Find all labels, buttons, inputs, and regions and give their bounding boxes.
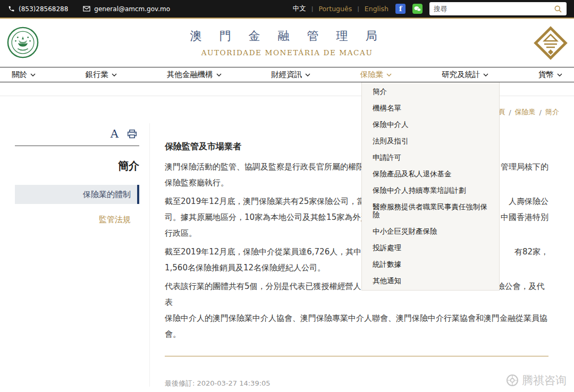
- phone-contact: (853)28568288: [7, 5, 68, 13]
- nav-item-1[interactable]: 銀行業: [86, 70, 117, 80]
- site-title-chinese[interactable]: 澳 門 金 融 管 理 局: [0, 28, 574, 44]
- chevron-down-icon: [483, 73, 488, 77]
- page: (853)28568288 general@amcm.gov.mo 中文|Por…: [0, 0, 574, 392]
- page-tools: A: [15, 127, 139, 146]
- text-line-left: 會。: [165, 326, 181, 342]
- phone-icon: [7, 5, 15, 13]
- email-icon: [83, 5, 90, 13]
- chevron-down-icon: [112, 73, 117, 77]
- nav-item-label: 其他金融機構: [167, 70, 213, 80]
- search-box: [429, 2, 567, 15]
- topbar-right: 中文|Português|English f: [293, 2, 567, 15]
- dropdown-item-9[interactable]: 投訴處理: [362, 240, 499, 256]
- font-size-button[interactable]: A: [111, 127, 119, 140]
- sidebar-item-1[interactable]: 監管法規: [15, 215, 139, 225]
- text-line-right: 管理局核下的: [501, 159, 548, 175]
- chevron-down-icon: [305, 73, 310, 77]
- facebook-icon[interactable]: f: [395, 4, 406, 14]
- dropdown-item-2[interactable]: 保險中介人: [362, 116, 499, 133]
- search-input[interactable]: [434, 5, 554, 13]
- sidebar-content-divider: [149, 123, 150, 387]
- phone-number[interactable]: (853)28568288: [19, 5, 68, 13]
- chevron-down-icon: [557, 73, 562, 77]
- sidebar-section-title: 簡介: [15, 159, 139, 173]
- contact-info: (853)28568288 general@amcm.gov.mo: [7, 5, 170, 13]
- breadcrumb: 頁/保險業/簡介: [498, 107, 559, 117]
- text-line-right: 中國香港特別: [501, 209, 548, 225]
- breadcrumb-item-2[interactable]: 簡介: [545, 107, 559, 117]
- text-line-left: 行政區。: [165, 225, 197, 241]
- amcm-logo[interactable]: [534, 26, 568, 60]
- dropdown-item-11[interactable]: 其他通知: [362, 272, 499, 289]
- header: 澳 門 金 融 管 理 局 AUTORIDADE MONETÁRIA DE MA…: [0, 19, 574, 67]
- watermark-text: 腾祺咨询: [522, 373, 567, 388]
- chevron-down-icon: [30, 73, 36, 77]
- last-modified: 最後修訂: 2020-03-27 14:39:05: [165, 379, 548, 388]
- dropdown-item-6[interactable]: 保險中介人持續專業培訓計劃: [362, 182, 499, 199]
- print-icon[interactable]: [127, 130, 137, 139]
- sidebar-menu: 保險業的體制監管法規: [15, 185, 139, 225]
- language-link-1[interactable]: Português: [318, 5, 352, 13]
- language-link-2[interactable]: English: [365, 5, 389, 13]
- nav-item-5[interactable]: 研究及統計: [442, 70, 489, 80]
- breadcrumb-separator: /: [539, 108, 542, 116]
- topbar: (853)28568288 general@amcm.gov.mo 中文|Por…: [0, 0, 574, 18]
- nav-item-0[interactable]: 關於: [12, 70, 36, 80]
- text-line-left: 截至2019年12月底，保險中介從業員達6,726人，其中個: [165, 244, 369, 260]
- nav-item-label: 研究及統計: [442, 70, 480, 80]
- nav-item-label: 財經資訊: [271, 70, 302, 80]
- nav-item-label: 關於: [12, 70, 27, 80]
- text-line-right: 有82家，: [514, 244, 548, 260]
- chevron-down-icon: [386, 73, 392, 77]
- email-contact: general@amcm.gov.mo: [83, 5, 170, 13]
- insurance-dropdown-menu: 簡介機構名單保險中介人法則及指引申請許可保險產品及私人退休基金保險中介人持續專業…: [361, 82, 500, 291]
- dropdown-item-1[interactable]: 機構名單: [362, 100, 499, 116]
- dropdown-item-5[interactable]: 保險產品及私人退休基金: [362, 166, 499, 182]
- nav-item-label: 保險業: [360, 70, 384, 80]
- dropdown-item-4[interactable]: 申請許可: [362, 149, 499, 166]
- language-separator: |: [357, 5, 359, 12]
- language-link-0[interactable]: 中文: [293, 4, 306, 13]
- watermark-icon: [506, 374, 519, 387]
- wechat-icon[interactable]: [412, 4, 423, 14]
- breadcrumb-separator: /: [509, 108, 511, 116]
- nav-item-4[interactable]: 保險業: [360, 70, 392, 80]
- text-line-left: 保險監察廳執行。: [165, 175, 229, 191]
- text-line-left: 保險中介人的澳門保險業中介人協會、澳門保險專業中介人聯會、澳門保險中介行業協會和…: [165, 310, 547, 326]
- text-line-right: 人壽保險公: [509, 193, 548, 209]
- nav-item-3[interactable]: 財經資訊: [271, 70, 310, 80]
- content-bottom-rule: [165, 356, 548, 356]
- dropdown-item-0[interactable]: 簡介: [362, 83, 499, 100]
- language-separator: |: [311, 5, 314, 12]
- dropdown-item-10[interactable]: 統計數據: [362, 256, 499, 272]
- nav-item-6[interactable]: 貨幣: [538, 70, 562, 80]
- watermark: 腾祺咨询: [506, 373, 567, 388]
- text-line: 會。: [165, 326, 548, 342]
- nav-item-label: 貨幣: [538, 70, 554, 80]
- nav-item-2[interactable]: 其他金融機構: [167, 70, 222, 80]
- text-line: 保險中介人的澳門保險業中介人協會、澳門保險專業中介人聯會、澳門保險中介行業協會和…: [165, 310, 548, 326]
- nav-item-label: 銀行業: [86, 70, 109, 80]
- text-line-left: 澳門保險活動的監管、協調及監察是行政長官所屬的權限: [165, 159, 364, 175]
- chevron-down-icon: [216, 73, 222, 77]
- site-title-portuguese: AUTORIDADE MONETÁRIA DE MACAU: [0, 48, 574, 57]
- email-address[interactable]: general@amcm.gov.mo: [94, 5, 170, 13]
- main-nav: 關於銀行業其他金融機構財經資訊保險業研究及統計貨幣: [0, 67, 574, 82]
- text-line-left: 司。據其原屬地區分，10家為本地公司及其餘15家為外資: [165, 209, 368, 225]
- language-switcher: 中文|Português|English: [293, 4, 389, 13]
- dropdown-item-8[interactable]: 中小企巨災財產保險: [362, 223, 499, 240]
- sidebar-item-0[interactable]: 保險業的體制: [15, 185, 139, 204]
- dropdown-item-3[interactable]: 法則及指引: [362, 133, 499, 149]
- dropdown-item-7[interactable]: 醫療服務提供者職業民事責任強制保險: [362, 199, 499, 223]
- breadcrumb-item-1[interactable]: 保險業: [515, 107, 536, 117]
- sidebar: A 簡介 保險業的體制監管法規: [15, 127, 139, 225]
- text-line-left: 1,560名保險推銷員及12名保險經紀人公司。: [165, 260, 325, 276]
- site-titles: 澳 門 金 融 管 理 局 AUTORIDADE MONETÁRIA DE MA…: [0, 28, 574, 57]
- search-icon[interactable]: [554, 5, 562, 13]
- text-line-left: 截至2019年12月底，澳門保險業共有25家保險公司，當中: [165, 193, 373, 209]
